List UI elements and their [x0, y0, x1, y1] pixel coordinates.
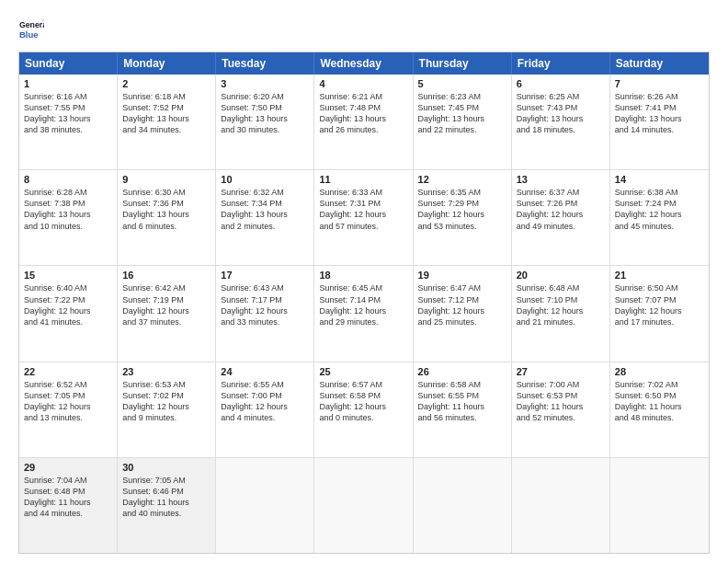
calendar-body: 1Sunrise: 6:16 AMSunset: 7:55 PMDaylight…: [19, 75, 709, 553]
day-number: 14: [615, 174, 704, 185]
cell-content: Sunrise: 6:48 AMSunset: 7:10 PMDaylight:…: [517, 282, 605, 327]
day-number: 15: [24, 270, 112, 281]
cell-content: Sunrise: 6:57 AMSunset: 6:58 PMDaylight:…: [319, 379, 407, 424]
day-number: 17: [221, 270, 309, 281]
day-number: 22: [24, 366, 112, 377]
day-number: 10: [221, 174, 309, 185]
calendar-header-cell: Tuesday: [216, 52, 314, 75]
calendar-cell: 11Sunrise: 6:33 AMSunset: 7:31 PMDayligh…: [314, 170, 413, 265]
cell-content: Sunrise: 6:47 AMSunset: 7:12 PMDaylight:…: [418, 282, 506, 327]
calendar-cell: 16Sunrise: 6:42 AMSunset: 7:19 PMDayligh…: [118, 266, 216, 361]
calendar-cell: 8Sunrise: 6:28 AMSunset: 7:38 PMDaylight…: [19, 170, 118, 265]
calendar-cell: [216, 458, 314, 553]
day-number: 20: [517, 270, 605, 281]
calendar-cell: 25Sunrise: 6:57 AMSunset: 6:58 PMDayligh…: [314, 362, 413, 457]
cell-content: Sunrise: 7:05 AMSunset: 6:46 PMDaylight:…: [122, 475, 210, 520]
calendar-header-cell: Saturday: [610, 52, 709, 75]
logo-icon: General Blue: [18, 17, 44, 42]
cell-content: Sunrise: 6:42 AMSunset: 7:19 PMDaylight:…: [122, 282, 210, 327]
day-number: 30: [122, 462, 210, 473]
calendar-cell: 13Sunrise: 6:37 AMSunset: 7:26 PMDayligh…: [512, 170, 610, 265]
calendar-row: 22Sunrise: 6:52 AMSunset: 7:05 PMDayligh…: [19, 362, 709, 458]
calendar-cell: 24Sunrise: 6:55 AMSunset: 7:00 PMDayligh…: [216, 362, 314, 457]
cell-content: Sunrise: 6:58 AMSunset: 6:55 PMDaylight:…: [418, 379, 506, 424]
svg-text:Blue: Blue: [19, 29, 39, 40]
day-number: 23: [122, 366, 210, 377]
calendar-row: 29Sunrise: 7:04 AMSunset: 6:48 PMDayligh…: [19, 458, 709, 553]
day-number: 19: [418, 270, 506, 281]
calendar-cell: [414, 458, 512, 553]
calendar-cell: 19Sunrise: 6:47 AMSunset: 7:12 PMDayligh…: [414, 266, 512, 361]
day-number: 3: [221, 78, 309, 89]
calendar-cell: 14Sunrise: 6:38 AMSunset: 7:24 PMDayligh…: [610, 170, 709, 265]
cell-content: Sunrise: 7:04 AMSunset: 6:48 PMDaylight:…: [24, 475, 112, 520]
calendar-cell: 7Sunrise: 6:26 AMSunset: 7:41 PMDaylight…: [610, 75, 709, 169]
day-number: 13: [517, 174, 605, 185]
calendar-cell: [314, 458, 413, 553]
calendar-cell: 29Sunrise: 7:04 AMSunset: 6:48 PMDayligh…: [19, 458, 118, 553]
cell-content: Sunrise: 6:38 AMSunset: 7:24 PMDaylight:…: [615, 187, 704, 232]
cell-content: Sunrise: 6:33 AMSunset: 7:31 PMDaylight:…: [319, 187, 407, 232]
calendar-cell: 23Sunrise: 6:53 AMSunset: 7:02 PMDayligh…: [118, 362, 216, 457]
calendar-cell: 1Sunrise: 6:16 AMSunset: 7:55 PMDaylight…: [19, 75, 118, 169]
cell-content: Sunrise: 6:52 AMSunset: 7:05 PMDaylight:…: [24, 379, 112, 424]
cell-content: Sunrise: 6:32 AMSunset: 7:34 PMDaylight:…: [221, 187, 309, 232]
cell-content: Sunrise: 6:40 AMSunset: 7:22 PMDaylight:…: [24, 282, 112, 327]
cell-content: Sunrise: 6:50 AMSunset: 7:07 PMDaylight:…: [615, 282, 704, 327]
cell-content: Sunrise: 6:20 AMSunset: 7:50 PMDaylight:…: [221, 91, 309, 136]
calendar-header-cell: Friday: [512, 52, 610, 75]
day-number: 21: [615, 270, 704, 281]
calendar-cell: 21Sunrise: 6:50 AMSunset: 7:07 PMDayligh…: [610, 266, 709, 361]
calendar-cell: 22Sunrise: 6:52 AMSunset: 7:05 PMDayligh…: [19, 362, 118, 457]
day-number: 2: [122, 78, 210, 89]
header: General Blue: [18, 17, 710, 42]
calendar-cell: 5Sunrise: 6:23 AMSunset: 7:45 PMDaylight…: [414, 75, 512, 169]
day-number: 27: [517, 366, 605, 377]
calendar-cell: 20Sunrise: 6:48 AMSunset: 7:10 PMDayligh…: [512, 266, 610, 361]
day-number: 6: [517, 78, 605, 89]
calendar-row: 8Sunrise: 6:28 AMSunset: 7:38 PMDaylight…: [19, 170, 709, 266]
cell-content: Sunrise: 6:55 AMSunset: 7:00 PMDaylight:…: [221, 379, 309, 424]
cell-content: Sunrise: 6:35 AMSunset: 7:29 PMDaylight:…: [418, 187, 506, 232]
day-number: 26: [418, 366, 506, 377]
day-number: 7: [615, 78, 704, 89]
calendar-cell: 3Sunrise: 6:20 AMSunset: 7:50 PMDaylight…: [216, 75, 314, 169]
cell-content: Sunrise: 6:21 AMSunset: 7:48 PMDaylight:…: [319, 91, 407, 136]
cell-content: Sunrise: 6:53 AMSunset: 7:02 PMDaylight:…: [122, 379, 210, 424]
svg-text:General: General: [19, 20, 44, 29]
calendar-cell: 26Sunrise: 6:58 AMSunset: 6:55 PMDayligh…: [414, 362, 512, 457]
day-number: 25: [319, 366, 407, 377]
calendar-cell: 6Sunrise: 6:25 AMSunset: 7:43 PMDaylight…: [512, 75, 610, 169]
cell-content: Sunrise: 6:45 AMSunset: 7:14 PMDaylight:…: [319, 282, 407, 327]
calendar-cell: 18Sunrise: 6:45 AMSunset: 7:14 PMDayligh…: [314, 266, 413, 361]
calendar-cell: [610, 458, 709, 553]
calendar-header-cell: Monday: [118, 52, 216, 75]
day-number: 5: [418, 78, 506, 89]
calendar-cell: 28Sunrise: 7:02 AMSunset: 6:50 PMDayligh…: [610, 362, 709, 457]
cell-content: Sunrise: 7:02 AMSunset: 6:50 PMDaylight:…: [615, 379, 704, 424]
day-number: 12: [418, 174, 506, 185]
day-number: 29: [24, 462, 112, 473]
cell-content: Sunrise: 6:18 AMSunset: 7:52 PMDaylight:…: [122, 91, 210, 136]
day-number: 18: [319, 270, 407, 281]
cell-content: Sunrise: 6:25 AMSunset: 7:43 PMDaylight:…: [517, 91, 605, 136]
calendar-cell: 17Sunrise: 6:43 AMSunset: 7:17 PMDayligh…: [216, 266, 314, 361]
day-number: 16: [122, 270, 210, 281]
cell-content: Sunrise: 6:30 AMSunset: 7:36 PMDaylight:…: [122, 187, 210, 232]
calendar-row: 15Sunrise: 6:40 AMSunset: 7:22 PMDayligh…: [19, 266, 709, 362]
day-number: 28: [615, 366, 704, 377]
cell-content: Sunrise: 7:00 AMSunset: 6:53 PMDaylight:…: [517, 379, 605, 424]
cell-content: Sunrise: 6:37 AMSunset: 7:26 PMDaylight:…: [517, 187, 605, 232]
day-number: 8: [24, 174, 112, 185]
calendar-cell: 9Sunrise: 6:30 AMSunset: 7:36 PMDaylight…: [118, 170, 216, 265]
logo: General Blue: [18, 17, 48, 42]
cell-content: Sunrise: 6:16 AMSunset: 7:55 PMDaylight:…: [24, 91, 112, 136]
calendar-header-cell: Thursday: [414, 52, 512, 75]
calendar-cell: 2Sunrise: 6:18 AMSunset: 7:52 PMDaylight…: [118, 75, 216, 169]
cell-content: Sunrise: 6:43 AMSunset: 7:17 PMDaylight:…: [221, 282, 309, 327]
calendar-cell: 27Sunrise: 7:00 AMSunset: 6:53 PMDayligh…: [512, 362, 610, 457]
calendar-cell: 15Sunrise: 6:40 AMSunset: 7:22 PMDayligh…: [19, 266, 118, 361]
cell-content: Sunrise: 6:26 AMSunset: 7:41 PMDaylight:…: [615, 91, 704, 136]
day-number: 11: [319, 174, 407, 185]
cell-content: Sunrise: 6:23 AMSunset: 7:45 PMDaylight:…: [418, 91, 506, 136]
